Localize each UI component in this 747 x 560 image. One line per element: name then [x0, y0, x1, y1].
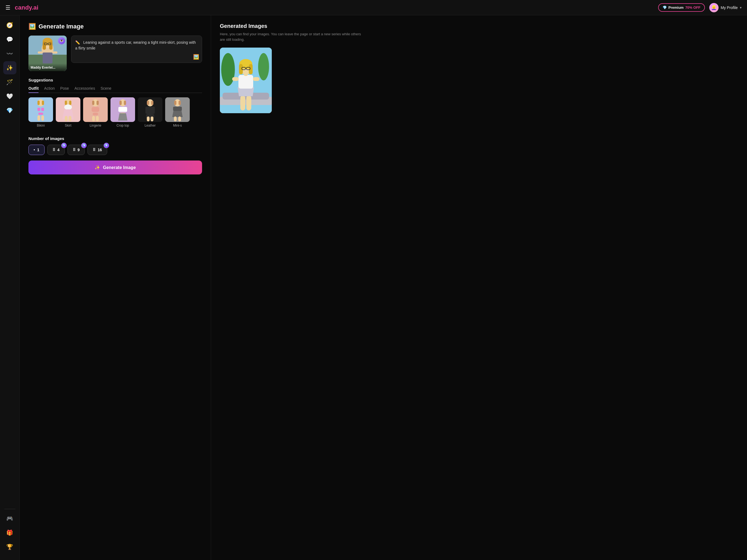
- prompt-edit-icon: ✏️: [75, 40, 80, 45]
- svg-rect-36: [96, 116, 99, 121]
- attach-image-button[interactable]: 🖼️: [193, 54, 199, 60]
- svg-rect-16: [42, 101, 44, 105]
- svg-rect-64: [247, 96, 251, 110]
- heart-icon: 🤍: [6, 93, 13, 100]
- discord-icon: 🎮: [6, 515, 13, 522]
- count-9-dots: ⠿: [73, 148, 75, 152]
- outfit-leather[interactable]: Leather: [138, 97, 162, 127]
- svg-rect-21: [41, 116, 44, 121]
- count-4-button[interactable]: ⠿ 4 💎: [47, 145, 65, 155]
- count-16-premium-badge: 💎: [104, 143, 109, 148]
- svg-rect-35: [92, 116, 95, 121]
- outfit-croptop-thumb: [110, 97, 135, 122]
- suggestion-tabs: Outfit Action Pose Accessories Scene: [28, 86, 202, 93]
- svg-rect-15: [37, 101, 40, 105]
- sidebar-item-feed[interactable]: 〰️: [3, 47, 17, 60]
- outfit-skirt[interactable]: Skirt: [56, 97, 80, 127]
- svg-rect-40: [124, 101, 126, 105]
- generate-title: Generate Image: [38, 23, 84, 30]
- generated-images-panel: Generated Images Here, you can find your…: [211, 15, 374, 560]
- generated-image-bg: [220, 48, 272, 113]
- outfit-croptop[interactable]: Crop top: [110, 97, 135, 127]
- diamond-icon: 💎: [6, 107, 13, 114]
- generated-image-result[interactable]: [220, 48, 272, 113]
- sidebar-item-trophy[interactable]: 🏆: [3, 540, 17, 554]
- outfit-leather-label: Leather: [145, 124, 156, 127]
- svg-rect-46: [151, 101, 153, 105]
- outfit-grid: Bikini Skirt: [28, 97, 202, 130]
- tab-scene[interactable]: Scene: [101, 86, 111, 93]
- svg-rect-66: [232, 77, 239, 81]
- outfit-miniskirt-label: Mini-s: [173, 124, 182, 127]
- count-16-button[interactable]: ⠿ 16 💎: [87, 145, 107, 155]
- outfit-miniskirt[interactable]: Mini-s: [165, 97, 190, 127]
- count-4-premium-badge: 💎: [61, 143, 67, 148]
- top-navigation: ☰ candy.ai 💎 Premium 70% OFF 👱‍♀️ My Pro…: [0, 0, 374, 15]
- character-badge-icon: 👁️: [60, 39, 64, 43]
- sidebar-item-discord[interactable]: 🎮: [3, 512, 17, 525]
- generate-header-icon: 🖼️: [28, 23, 36, 30]
- sidebar-item-rewards[interactable]: 🎁: [3, 526, 17, 539]
- sidebar-item-favorites[interactable]: 🤍: [3, 90, 17, 103]
- generate-button[interactable]: ✨ Generate Image: [28, 160, 202, 175]
- waves-icon: 〰️: [6, 50, 13, 57]
- svg-rect-27: [65, 116, 68, 121]
- sidebar-item-premium[interactable]: 💎: [3, 104, 17, 117]
- svg-rect-11: [38, 51, 43, 54]
- sparkle-icon: ✨: [6, 65, 13, 71]
- count-1-dot: •: [34, 148, 35, 152]
- generated-description: Here, you can find your images. You can …: [220, 31, 365, 42]
- outfit-miniskirt-thumb: [165, 97, 190, 122]
- generate-btn-icon: ✨: [95, 165, 100, 170]
- tab-pose[interactable]: Pose: [60, 86, 69, 93]
- svg-rect-53: [174, 101, 176, 105]
- outfit-croptop-label: Crop top: [117, 124, 129, 127]
- svg-rect-25: [69, 101, 71, 105]
- svg-rect-34: [93, 113, 98, 116]
- count-1-button[interactable]: • 1: [28, 145, 45, 155]
- logo-text: candy: [15, 4, 32, 11]
- character-badge: 👁️: [58, 37, 65, 44]
- main-content: 🖼️ Generate Image: [20, 15, 374, 560]
- svg-rect-50: [151, 117, 153, 121]
- svg-rect-10: [43, 52, 52, 63]
- count-1-value: 1: [37, 148, 40, 152]
- hamburger-menu-icon[interactable]: ☰: [5, 4, 10, 11]
- sidebar: 🧭 💬 〰️ ✨ 🪄 🤍 💎 🎮 🎁 🏆: [0, 15, 20, 560]
- sidebar-item-chat[interactable]: 💬: [3, 33, 17, 46]
- count-9-button[interactable]: ⠿ 9 💎: [68, 145, 85, 155]
- logo[interactable]: candy.ai: [15, 4, 38, 11]
- generate-btn-label: Generate Image: [103, 165, 136, 170]
- svg-point-26: [64, 104, 72, 110]
- outfit-bikini[interactable]: Bikini: [28, 97, 53, 127]
- svg-rect-71: [239, 64, 243, 74]
- count-4-value: 4: [57, 148, 60, 152]
- outfit-bikini-thumb: [28, 97, 53, 122]
- prompt-text: Leaning against a sports car, wearing a …: [75, 40, 196, 50]
- num-images-label: Number of images: [28, 136, 202, 141]
- sidebar-item-create[interactable]: ✨: [3, 61, 17, 74]
- outfit-lingerie-thumb: [83, 97, 108, 122]
- prompt-area[interactable]: ✏️ Leaning against a sports car, wearing…: [71, 35, 202, 63]
- count-9-value: 9: [78, 148, 80, 152]
- svg-rect-41: [119, 107, 127, 112]
- count-16-value: 16: [98, 148, 102, 152]
- generated-title: Generated Images: [220, 23, 365, 29]
- outfit-skirt-thumb: [56, 97, 80, 122]
- sidebar-item-explore[interactable]: 🧭: [3, 19, 17, 32]
- svg-rect-72: [249, 64, 253, 74]
- svg-rect-31: [92, 101, 94, 105]
- character-card[interactable]: 👁️ Maddy Everlei...: [28, 35, 67, 71]
- outfit-lingerie[interactable]: Lingerie: [83, 97, 108, 127]
- tab-accessories[interactable]: Accessories: [74, 86, 95, 93]
- svg-rect-54: [179, 101, 181, 105]
- sidebar-bottom-section: 🎮 🎁 🏆: [3, 512, 17, 557]
- sidebar-item-magic[interactable]: 🪄: [3, 75, 17, 88]
- svg-point-59: [221, 53, 235, 86]
- tab-outfit[interactable]: Outfit: [28, 86, 38, 93]
- svg-rect-19: [38, 113, 43, 115]
- svg-rect-24: [65, 101, 67, 105]
- count-9-premium-badge: 💎: [81, 143, 87, 148]
- svg-rect-63: [240, 96, 245, 110]
- tab-action[interactable]: Action: [44, 86, 55, 93]
